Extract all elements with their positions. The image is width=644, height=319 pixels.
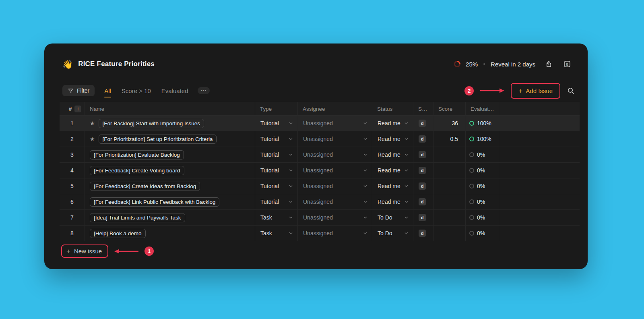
type-dropdown[interactable]: Task (255, 226, 298, 241)
trailing-cell (499, 178, 580, 194)
doc-badge[interactable]: d (419, 182, 426, 190)
app-window: 👋 RICE Feature Priorities 25% Reveal in … (44, 44, 588, 269)
doc-badge[interactable]: d (419, 198, 426, 205)
eval-ring (469, 231, 474, 236)
more-filters-button[interactable]: ••• (198, 87, 210, 94)
type-dropdown[interactable]: Tutorial (255, 163, 298, 178)
status-value: To Do (378, 230, 392, 236)
column-header-evaluation[interactable]: Evaluat… (466, 102, 499, 115)
add-issue-button[interactable]: + Add Issue (513, 85, 558, 97)
doc-badge[interactable]: d (419, 214, 426, 221)
doc-badge[interactable]: d (419, 151, 426, 158)
column-header-status[interactable]: Status (372, 102, 413, 115)
status-dropdown[interactable]: Read me (372, 163, 413, 178)
issue-name-chip[interactable]: [For Prioritization] Set up Prioritizati… (99, 135, 217, 144)
assignee-dropdown[interactable]: Unassigned (298, 131, 372, 147)
status-dropdown[interactable]: To Do (372, 210, 413, 225)
separator-dot (483, 63, 485, 65)
name-cell: ★ [Idea] Trial Limits and Paywalls Task (85, 210, 255, 225)
status-dropdown[interactable]: Read me (372, 194, 413, 209)
star-icon[interactable]: ★ (90, 120, 95, 126)
panel-count-button[interactable]: 8 (562, 59, 572, 69)
type-dropdown[interactable]: Tutorial (255, 178, 298, 194)
type-dropdown[interactable]: Tutorial (255, 147, 298, 162)
assignee-dropdown[interactable]: Unassigned (298, 194, 372, 209)
row-number-cell: 3 (60, 147, 85, 162)
score-cell[interactable] (433, 194, 466, 209)
issue-name-chip[interactable]: [For Prioritization] Evaluate Backlog (90, 150, 184, 160)
score-cell[interactable]: 0.5 (433, 131, 466, 147)
trailing-cell (499, 226, 580, 241)
plus-icon: + (518, 87, 522, 94)
eval-ring (469, 121, 474, 126)
reveal-countdown: Reveal in 2 days (491, 61, 535, 68)
column-header-source[interactable]: S… (413, 102, 433, 115)
issue-name-chip[interactable]: [For Feedback] Create Ideas from Backlog (90, 182, 200, 191)
tab-evaluated[interactable]: Evaluated (161, 87, 188, 94)
assignee-dropdown[interactable]: Unassigned (298, 226, 372, 241)
doc-badge[interactable]: d (419, 135, 426, 143)
chevron-down-icon (363, 185, 367, 187)
star-icon[interactable]: ★ (90, 136, 95, 142)
status-dropdown[interactable]: Read me (372, 116, 413, 131)
issue-name-chip[interactable]: [For Feedback] Link Public Feedback with… (90, 197, 219, 207)
row-number-cell: 2 (60, 131, 85, 147)
assignee-dropdown[interactable]: Unassigned (298, 116, 372, 131)
column-header-assignee[interactable]: Assignee (298, 102, 372, 115)
search-button[interactable] (566, 86, 576, 95)
share-button[interactable] (543, 59, 554, 69)
chevron-down-icon (405, 138, 408, 140)
status-value: Read me (378, 183, 400, 189)
column-header-name[interactable]: Name (85, 102, 255, 115)
column-header-number[interactable]: # ↑ (60, 102, 85, 115)
score-cell[interactable] (433, 210, 466, 225)
status-dropdown[interactable]: To Do (372, 226, 413, 241)
status-dropdown[interactable]: Read me (372, 147, 413, 162)
tab-score-gt-10[interactable]: Score > 10 (122, 87, 151, 94)
doc-badge[interactable]: d (419, 167, 426, 174)
assignee-dropdown[interactable]: Unassigned (298, 178, 372, 194)
assignee-dropdown[interactable]: Unassigned (298, 210, 372, 225)
new-issue-button[interactable]: + New issue (62, 245, 107, 257)
table-row: 1 ★ [For Backlog] Start with Importing I… (60, 116, 580, 131)
column-header-type[interactable]: Type (255, 102, 298, 115)
score-cell[interactable] (433, 163, 466, 178)
assignee-dropdown[interactable]: Unassigned (298, 147, 372, 162)
eval-percent: 0% (477, 167, 485, 174)
issue-name-chip[interactable]: [For Backlog] Start with Importing Issue… (99, 119, 204, 128)
chevron-down-icon (363, 232, 367, 234)
type-dropdown[interactable]: Tutorial (255, 116, 298, 131)
status-dropdown[interactable]: Read me (372, 178, 413, 194)
row-number-cell: 7 (60, 210, 85, 225)
eval-percent: 0% (477, 214, 485, 221)
status-value: Read me (378, 136, 400, 142)
assignee-dropdown[interactable]: Unassigned (298, 163, 372, 178)
doc-badge[interactable]: d (419, 120, 426, 127)
type-value: Tutorial (260, 151, 279, 158)
eval-ring (469, 137, 474, 141)
eval-percent: 0% (477, 230, 485, 236)
issue-name-chip[interactable]: [Help] Book a demo (90, 229, 146, 238)
evaluation-cell: 100% (466, 116, 499, 131)
score-cell[interactable] (433, 178, 466, 194)
type-dropdown[interactable]: Tutorial (255, 131, 298, 147)
doc-badge[interactable]: d (419, 230, 426, 237)
type-value: Tutorial (260, 167, 279, 174)
tab-all[interactable]: All (104, 87, 111, 94)
trailing-cell (499, 194, 580, 209)
score-cell[interactable] (433, 226, 466, 241)
table-row: 2 ★ [For Prioritization] Set up Prioriti… (60, 131, 580, 147)
status-dropdown[interactable]: Read me (372, 131, 413, 147)
title-group: 👋 RICE Feature Priorities (62, 60, 155, 68)
sort-asc-icon[interactable]: ↑ (74, 106, 81, 112)
score-cell[interactable] (433, 147, 466, 162)
column-header-score[interactable]: Score (433, 102, 466, 115)
issue-name-chip[interactable]: [For Feedback] Create Voting board (90, 166, 184, 175)
table-row: 7 ★ [Idea] Trial Limits and Paywalls Tas… (60, 210, 580, 226)
page-background: { "window": { "emoji": "👋", "title": "RI… (0, 0, 644, 319)
type-dropdown[interactable]: Task (255, 210, 298, 225)
filter-button[interactable]: Filter (62, 85, 95, 96)
score-cell[interactable]: 36 (433, 116, 466, 131)
type-dropdown[interactable]: Tutorial (255, 194, 298, 209)
issue-name-chip[interactable]: [Idea] Trial Limits and Paywalls Task (90, 213, 185, 222)
